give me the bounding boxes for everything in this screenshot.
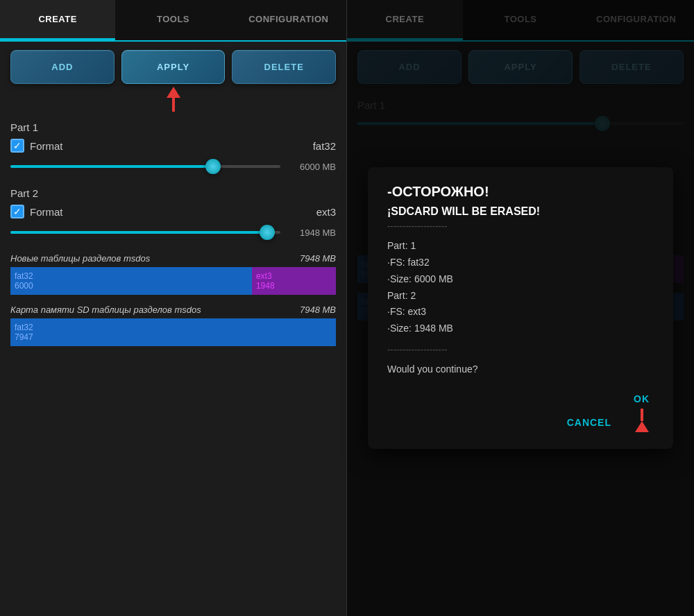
new-table-section: Новые таблицы разделов msdos 7948 MB fat… xyxy=(10,253,336,295)
dialog-body: Part: 1 ·FS: fat32 ·Size: 6000 MB Part: … xyxy=(387,238,654,337)
new-table-ext3-label: ext3 xyxy=(256,271,332,281)
ok-button[interactable]: OK xyxy=(629,389,654,409)
dialog-line-fs1: ·FS: fat32 xyxy=(387,255,654,271)
part1-slider-thumb[interactable] xyxy=(205,159,221,174)
cancel-button[interactable]: CANCEL xyxy=(563,413,616,432)
part2-format-row: ✓ Format ext3 xyxy=(10,205,336,219)
new-table-fat32-bar: fat32 6000 xyxy=(10,267,252,295)
arrow-stem-icon xyxy=(172,98,175,112)
part1-format-checkbox[interactable]: ✓ xyxy=(10,139,24,153)
part2-format-label: Format xyxy=(30,206,63,218)
left-tab-tools[interactable]: TOOLS xyxy=(115,0,230,40)
dialog-line-fs2: ·FS: ext3 xyxy=(387,304,654,320)
left-tab-configuration[interactable]: CONFIGURATION xyxy=(231,0,346,40)
sd-table-section: Карта памяти SD таблицы разделов msdos 7… xyxy=(10,305,336,346)
part2-section: Part 2 ✓ Format ext3 1948 MB xyxy=(10,187,336,239)
dialog-subtitle: ¡SDCARD WILL BE ERASED! xyxy=(387,205,654,218)
left-content: Part 1 ✓ Format fat32 6000 MB Part 2 ✓ xyxy=(0,114,346,616)
new-table-bar: fat32 6000 ext3 1948 xyxy=(10,267,336,295)
new-table-label-text: Новые таблицы разделов msdos xyxy=(10,253,150,264)
part1-section: Part 1 ✓ Format fat32 6000 MB xyxy=(10,121,336,173)
part2-format-checkbox[interactable]: ✓ xyxy=(10,205,24,219)
part1-format-label: Format xyxy=(30,140,63,152)
part2-slider-track xyxy=(10,231,280,234)
left-tab-bar: CREATE TOOLS CONFIGURATION xyxy=(0,0,346,42)
sd-table-fat32-size: 7947 xyxy=(15,332,332,342)
delete-button[interactable]: DELETE xyxy=(232,50,336,84)
sd-table-label: Карта памяти SD таблицы разделов msdos 7… xyxy=(10,305,336,315)
part2-label: Part 2 xyxy=(10,187,336,199)
part1-slider-row: 6000 MB xyxy=(10,160,336,173)
part1-slider-value: 6000 MB xyxy=(287,162,336,172)
left-tab-create[interactable]: CREATE xyxy=(0,0,115,40)
new-table-ext3-bar: ext3 1948 xyxy=(252,267,336,295)
add-button[interactable]: ADD xyxy=(10,50,115,84)
dialog-title: -ОСТОРОЖНО! xyxy=(387,184,654,200)
new-table-fat32-size: 6000 xyxy=(15,281,248,291)
dialog-divider1: -------------------- xyxy=(387,221,654,231)
left-toolbar: ADD APPLY DELETE xyxy=(0,42,346,92)
ok-arrow-stem-icon xyxy=(641,409,643,421)
dialog-line-size1: ·Size: 6000 MB xyxy=(387,271,654,288)
sd-table-label-text: Карта памяти SD таблицы разделов msdos xyxy=(10,305,201,315)
part1-format-row: ✓ Format fat32 xyxy=(10,139,336,153)
right-panel: CREATE TOOLS CONFIGURATION ADD APPLY DEL… xyxy=(347,0,694,616)
dialog-actions: CANCEL OK xyxy=(387,389,654,432)
new-table-ext3-size: 1948 xyxy=(256,281,332,291)
dialog-divider2: -------------------- xyxy=(387,344,654,354)
sd-table-fat32-bar: fat32 7947 xyxy=(10,318,336,346)
dialog-line-part1: Part: 1 xyxy=(387,238,654,255)
ok-wrapper: OK xyxy=(629,389,654,432)
apply-button[interactable]: APPLY xyxy=(121,50,226,84)
new-table-total: 7948 MB xyxy=(300,253,336,264)
part1-format-value: fat32 xyxy=(313,140,336,152)
left-panel: CREATE TOOLS CONFIGURATION ADD APPLY DEL… xyxy=(0,0,347,616)
new-table-fat32-label: fat32 xyxy=(15,271,248,281)
apply-arrow xyxy=(0,87,346,112)
part2-slider-thumb[interactable] xyxy=(260,225,275,240)
confirmation-dialog: -ОСТОРОЖНО! ¡SDCARD WILL BE ERASED! ----… xyxy=(368,167,673,449)
arrow-head-icon xyxy=(167,87,180,98)
part1-label: Part 1 xyxy=(10,121,336,133)
part2-slider-value: 1948 MB xyxy=(287,228,336,238)
part2-slider-row: 1948 MB xyxy=(10,225,336,239)
part1-slider-track xyxy=(10,165,280,168)
dialog-overlay: -ОСТОРОЖНО! ¡SDCARD WILL BE ERASED! ----… xyxy=(347,0,694,616)
sd-table-total: 7948 MB xyxy=(300,305,336,315)
part1-slider[interactable] xyxy=(10,160,280,173)
ok-arrow xyxy=(635,409,649,432)
ok-arrow-head-icon xyxy=(635,421,649,432)
part2-format-value: ext3 xyxy=(316,206,336,218)
part2-slider[interactable] xyxy=(10,225,280,239)
part2-slider-fill xyxy=(10,231,267,234)
part1-slider-fill xyxy=(10,165,213,168)
sd-table-fat32-label: fat32 xyxy=(15,323,332,332)
dialog-line-part2: Part: 2 xyxy=(387,288,654,305)
new-table-label: Новые таблицы разделов msdos 7948 MB xyxy=(10,253,336,264)
dialog-question: Would you continue? xyxy=(387,361,654,378)
dialog-line-size2: ·Size: 1948 MB xyxy=(387,320,654,337)
